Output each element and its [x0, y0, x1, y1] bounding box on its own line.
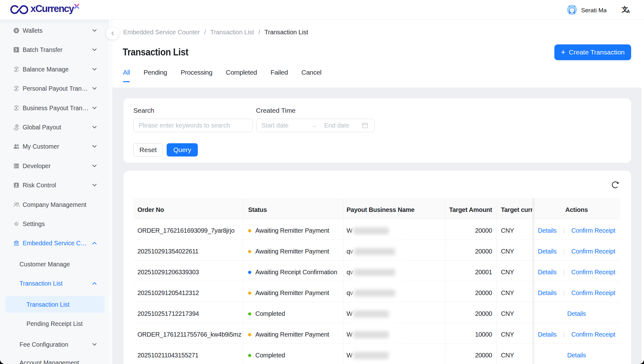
svg-text:¥: ¥ — [15, 29, 18, 32]
svg-text:¥: ¥ — [15, 87, 17, 90]
svg-text:$: $ — [16, 124, 18, 128]
svg-text:¥: ¥ — [15, 67, 17, 71]
svg-text:¥: ¥ — [15, 106, 17, 110]
